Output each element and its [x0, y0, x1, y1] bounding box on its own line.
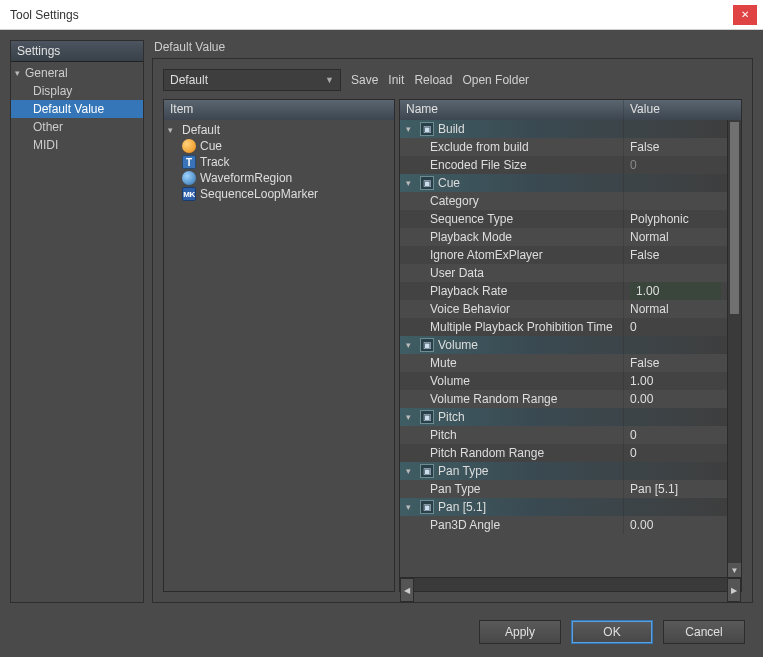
item-waveform-region[interactable]: WaveformRegion [164, 170, 394, 186]
scrollbar-header-gap [727, 100, 741, 120]
item-root-default[interactable]: ▾ Default [164, 122, 394, 138]
scrollbar-thumb[interactable] [730, 122, 739, 314]
property-group[interactable]: ▾▣Volume [400, 336, 727, 354]
property-group-label: Build [438, 122, 465, 136]
sidebar-item-midi[interactable]: MIDI [11, 136, 143, 154]
item-cue[interactable]: Cue [164, 138, 394, 154]
sequence-loop-marker-icon: MK [182, 187, 196, 201]
property-name: Volume [430, 374, 470, 388]
property-group[interactable]: ▾▣Pan Type [400, 462, 727, 480]
group-icon: ▣ [420, 122, 434, 136]
property-name: Pan Type [430, 482, 480, 496]
property-group[interactable]: ▾▣Pitch [400, 408, 727, 426]
open-folder-button[interactable]: Open Folder [462, 73, 529, 87]
property-group[interactable]: ▾▣Cue [400, 174, 727, 192]
settings-sidebar: Settings ▾ General Display Default Value… [10, 40, 144, 603]
property-value[interactable]: 0.00 [623, 390, 727, 408]
property-value[interactable]: Normal [623, 300, 727, 318]
property-value[interactable]: 0 [623, 156, 727, 174]
apply-button[interactable]: Apply [479, 620, 561, 644]
property-row: User Data [400, 264, 727, 282]
property-name: Pitch [430, 428, 457, 442]
property-value[interactable]: 0 [623, 318, 727, 336]
property-row: Pan TypePan [5.1] [400, 480, 727, 498]
dialog-footer: Apply OK Cancel [0, 613, 763, 657]
waveform-region-icon [182, 171, 196, 185]
property-row: Category [400, 192, 727, 210]
property-row: Volume Random Range0.00 [400, 390, 727, 408]
sidebar-tree: ▾ General Display Default Value Other MI… [11, 62, 143, 602]
sidebar-header: Settings [11, 41, 143, 62]
item-track[interactable]: T Track [164, 154, 394, 170]
property-row: Sequence TypePolyphonic [400, 210, 727, 228]
property-group[interactable]: ▾▣Pan [5.1] [400, 498, 727, 516]
property-value[interactable]: 0 [623, 426, 727, 444]
property-row: MuteFalse [400, 354, 727, 372]
scroll-down-icon[interactable]: ▼ [728, 563, 741, 577]
column-header-value[interactable]: Value [623, 100, 727, 120]
property-row: Playback ModeNormal [400, 228, 727, 246]
horizontal-scrollbar[interactable]: ◀ ▶ [400, 577, 741, 591]
scroll-right-icon[interactable]: ▶ [727, 578, 741, 602]
property-value[interactable]: Polyphonic [623, 210, 727, 228]
save-button[interactable]: Save [351, 73, 378, 87]
track-icon: T [182, 155, 196, 169]
property-name: Playback Rate [430, 284, 507, 298]
sidebar-item-default-value[interactable]: Default Value [11, 100, 143, 118]
sidebar-item-other[interactable]: Other [11, 118, 143, 136]
sidebar-root-general[interactable]: ▾ General [11, 64, 143, 82]
property-value[interactable]: False [623, 246, 727, 264]
property-row: Pan3D Angle0.00 [400, 516, 727, 534]
reload-button[interactable]: Reload [414, 73, 452, 87]
property-value[interactable]: 1.00 [623, 282, 727, 300]
property-group[interactable]: ▾▣Build [400, 120, 727, 138]
close-icon: ✕ [741, 9, 749, 20]
property-value[interactable] [623, 192, 727, 210]
chevron-down-icon: ▼ [325, 75, 334, 85]
property-name: User Data [430, 266, 484, 280]
property-row: Volume1.00 [400, 372, 727, 390]
property-name: Exclude from build [430, 140, 529, 154]
cancel-button[interactable]: Cancel [663, 620, 745, 644]
chevron-down-icon: ▾ [406, 412, 416, 422]
property-value[interactable]: 1.00 [623, 372, 727, 390]
column-header-name[interactable]: Name [400, 100, 623, 120]
property-value[interactable]: False [623, 138, 727, 156]
property-value[interactable]: Pan [5.1] [623, 480, 727, 498]
group-icon: ▣ [420, 176, 434, 190]
group-icon: ▣ [420, 410, 434, 424]
property-row: Encoded File Size0 [400, 156, 727, 174]
property-value[interactable]: Normal [623, 228, 727, 246]
init-button[interactable]: Init [388, 73, 404, 87]
property-name: Pan3D Angle [430, 518, 500, 532]
property-name: Volume Random Range [430, 392, 557, 406]
chevron-down-icon: ▾ [406, 124, 416, 134]
ok-button[interactable]: OK [571, 620, 653, 644]
property-value[interactable]: 0 [623, 444, 727, 462]
hscroll-track[interactable] [414, 578, 727, 591]
group-icon: ▣ [420, 500, 434, 514]
panel-frame: Default ▼ Save Init Reload Open Folder I… [152, 58, 753, 603]
property-group-label: Pitch [438, 410, 465, 424]
chevron-down-icon: ▾ [406, 466, 416, 476]
property-row: Multiple Playback Prohibition Time0 [400, 318, 727, 336]
property-panel: Name Value ▾▣BuildExclude from buildFals… [399, 99, 742, 592]
sidebar-item-display[interactable]: Display [11, 82, 143, 100]
titlebar: Tool Settings ✕ [0, 0, 763, 30]
group-icon: ▣ [420, 464, 434, 478]
toolbar: Default ▼ Save Init Reload Open Folder [163, 69, 742, 91]
property-value[interactable]: 0.00 [623, 516, 727, 534]
property-row: Pitch Random Range0 [400, 444, 727, 462]
chevron-down-icon: ▾ [15, 68, 25, 78]
group-icon: ▣ [420, 338, 434, 352]
preset-dropdown-value: Default [170, 73, 208, 87]
scroll-left-icon[interactable]: ◀ [400, 578, 414, 602]
close-button[interactable]: ✕ [733, 5, 757, 25]
property-value[interactable] [623, 264, 727, 282]
item-sequence-loop-marker[interactable]: MK SequenceLoopMarker [164, 186, 394, 202]
vertical-scrollbar[interactable]: ▼ [727, 120, 741, 577]
property-name: Ignore AtomExPlayer [430, 248, 543, 262]
property-value[interactable]: False [623, 354, 727, 372]
preset-dropdown[interactable]: Default ▼ [163, 69, 341, 91]
property-row: Pitch0 [400, 426, 727, 444]
